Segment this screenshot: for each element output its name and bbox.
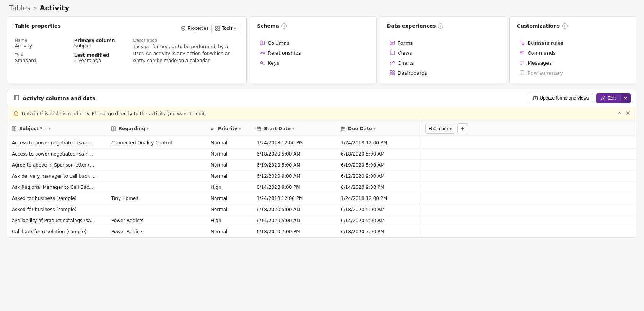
svg-rect-18 [520,52,524,52]
data-experiences-info-icon[interactable]: i [438,23,443,29]
tools-icon [215,26,220,31]
svg-point-16 [520,41,522,43]
due-date-filter-icon[interactable]: ▾ [374,127,376,131]
collapse-icon[interactable] [617,110,622,117]
primary-column-section: Primary column Subject Last modified 2 y… [74,38,127,64]
breadcrumb-separator: > [33,5,37,11]
cell-3-1 [107,171,207,182]
svg-point-9 [261,62,263,64]
svg-rect-31 [341,128,345,131]
data-section: Activity columns and data Update forms a… [8,89,636,238]
col-header-priority[interactable]: Priority ▾ [207,120,253,137]
cell-5-1: Tiny Homes [107,193,207,204]
cell-8-1: Power Addicts [107,226,207,237]
close-icon[interactable] [625,110,631,117]
svg-point-17 [522,43,524,45]
data-experiences-header: Data experiences i [387,23,499,33]
columns-link[interactable]: Columns [257,38,369,48]
table-row: Agree to above in Sponsor letter (...Nor… [8,160,636,171]
panel-header-table-props: Table properties Properties [15,23,239,33]
type-label: Type [15,52,68,57]
cell-3-3: 6/12/2020 9:00 AM [253,171,337,182]
keys-link[interactable]: Keys [257,58,369,68]
svg-rect-23 [14,95,19,100]
col-header-subject[interactable]: Subject * ↑ ▾ [8,120,107,137]
properties-icon [181,26,186,31]
col-header-regarding[interactable]: Regarding ▾ [107,120,207,137]
cell-2-1 [107,160,207,171]
add-column-button[interactable]: + [457,123,468,134]
update-forms-button[interactable]: Update forms and views [529,93,594,103]
charts-link[interactable]: Charts [387,58,499,68]
table-props-grid: Name Activity Type Standard Primary colu… [15,38,239,64]
customizations-links: Business rules Commands [517,38,629,78]
properties-button[interactable]: Properties [181,26,208,31]
more-columns-button[interactable]: +50 more ▾ [425,124,455,134]
svg-rect-10 [390,41,395,45]
breadcrumb-parent[interactable]: Tables [9,4,31,12]
edit-caret-button[interactable] [620,93,631,103]
business-rules-link[interactable]: Business rules [517,38,629,48]
schema-links: Columns Relationships [257,38,369,68]
cell-0-4: 1/24/2018 12:00 PM [337,137,421,149]
start-date-filter-icon[interactable]: ▾ [292,127,294,131]
commands-link[interactable]: Commands [517,48,629,58]
edit-button[interactable]: Edit [596,93,620,103]
col-header-start-date[interactable]: Start Date ▾ [253,120,337,137]
caret-down-icon [624,96,628,100]
subject-sort-icon[interactable]: ↑ [44,127,47,131]
data-experiences-links: Forms Views Charts [387,38,499,78]
customizations-info-icon[interactable]: i [562,23,568,29]
tools-button[interactable]: Tools ▾ [211,24,239,33]
table-row: Asked for business (sample)Normal6/18/20… [8,204,636,215]
cell-1-3: 6/18/2020 5:00 AM [253,149,337,160]
cell-6-4: 6/18/2020 5:00 AM [337,204,421,215]
data-section-header: Activity columns and data Update forms a… [8,89,636,107]
cell-4-3: 6/14/2020 9:00 PM [253,182,337,193]
info-banner: Data in this table is read only. Please … [8,107,636,120]
row-summary-link[interactable]: Row summary [517,68,629,78]
views-link[interactable]: Views [387,48,499,58]
priority-filter-icon[interactable]: ▾ [239,127,241,131]
forms-icon [389,40,395,46]
cell-8-3: 6/18/2020 7:00 PM [253,226,337,237]
relationships-link[interactable]: Relationships [257,48,369,58]
charts-icon [389,60,395,66]
cell-6-0: Asked for business (sample) [8,204,107,215]
panels-row: Table properties Properties [6,15,638,86]
cell-3-4: 6/12/2020 9:00 AM [337,171,421,182]
svg-rect-2 [218,26,220,28]
primary-column-label: Primary column [74,38,127,43]
messages-link[interactable]: Messages [517,58,629,68]
svg-rect-13 [393,71,394,72]
data-experiences-title: Data experiences i [387,23,444,29]
customizations-card: Customizations i Business rules [509,16,636,84]
dashboards-link[interactable]: Dashboards [387,68,499,78]
table-row: Ask delivery manager to call back ...Nor… [8,171,636,182]
business-rules-icon [519,40,525,46]
row-summary-icon [519,70,525,76]
schema-info-icon[interactable]: i [281,23,287,29]
messages-icon [519,60,525,66]
regarding-filter-icon[interactable]: ▾ [147,127,149,131]
table-row: availability of Product catalogs (sa...P… [8,215,636,226]
info-banner-text: Data in this table is read only. Please … [22,111,206,116]
subject-col-icon [12,126,16,131]
forms-link[interactable]: Forms [387,38,499,48]
cell-4-1 [107,182,207,193]
cell-0-1: Connected Quality Control [107,137,207,149]
data-table: Subject * ↑ ▾ [8,120,636,237]
svg-rect-27 [15,127,16,131]
svg-rect-30 [257,128,261,131]
svg-point-8 [263,52,265,54]
cell-8-4: 6/18/2020 7:00 PM [337,226,421,237]
name-value: Activity [15,43,68,49]
info-banner-actions [617,110,631,117]
svg-rect-26 [12,127,14,131]
col-header-due-date[interactable]: Due Date ▾ [337,120,421,137]
svg-rect-4 [218,28,220,30]
subject-filter-icon[interactable]: ▾ [49,127,51,131]
cell-2-5 [421,160,636,171]
svg-rect-29 [114,127,115,131]
name-label: Name [15,38,68,43]
